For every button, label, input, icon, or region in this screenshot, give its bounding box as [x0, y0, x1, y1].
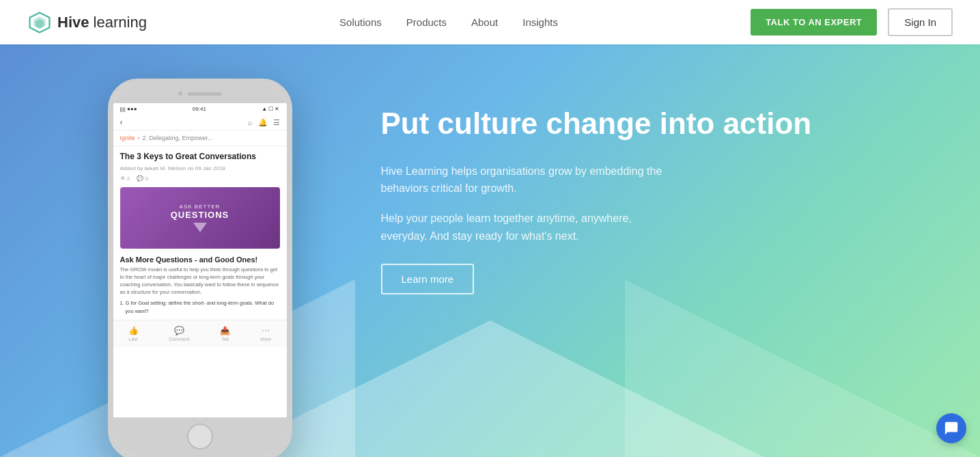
phone-breadcrumb: Ignite › 2. Delegating, Empower... — [113, 130, 287, 146]
sign-in-button[interactable]: Sign In — [888, 8, 953, 36]
phone-tell-label: Tell — [221, 337, 229, 342]
phone-like-icon: 👍 — [128, 326, 139, 335]
talk-to-expert-button[interactable]: TALK TO AN EXPERT — [751, 9, 877, 36]
hero-section: |||| ●●● 09:41 ▲ ☐ ✕ ‹ ⌕ 🔔 ☰ — [0, 44, 980, 457]
nav: Solutions Products About Insights — [339, 16, 558, 28]
phone-menu-icon[interactable]: ☰ — [273, 118, 280, 127]
phone-article-stats: 👁 2 💬 0 — [113, 173, 287, 184]
phone-tell-icon: 📤 — [220, 326, 230, 335]
phone-bottom-tell[interactable]: 📤 Tell — [220, 326, 230, 342]
phone-like-label: Like — [129, 337, 138, 342]
chat-icon — [944, 421, 959, 436]
phone-signal: |||| ●●● — [120, 106, 137, 112]
logo-text: Hive learning — [57, 14, 147, 31]
phone-nav-icons: ⌕ 🔔 ☰ — [248, 118, 280, 127]
logo-icon — [27, 10, 52, 35]
phone-speaker — [188, 92, 222, 96]
phone-mockup: |||| ●●● 09:41 ▲ ☐ ✕ ‹ ⌕ 🔔 ☰ — [108, 79, 292, 457]
logo[interactable]: Hive learning — [27, 10, 147, 35]
header: Hive learning Solutions Products About I… — [0, 0, 980, 44]
phone-breadcrumb-part1: Ignite — [120, 135, 135, 141]
phone-time: 09:41 — [193, 106, 206, 112]
hero-headline: Put culture change into action — [381, 106, 873, 142]
phone-bottom-more[interactable]: ⋯ More — [260, 326, 271, 342]
phone-bell-icon[interactable]: 🔔 — [258, 118, 268, 127]
phone-content-text: The GROW model is useful to help you thi… — [113, 266, 287, 296]
hero-description-1: Hive Learning helps organisations grow b… — [381, 163, 668, 197]
hero-description-2: Help your people learn together anytime,… — [381, 210, 668, 245]
phone-search-icon[interactable]: ⌕ — [248, 118, 253, 126]
phone-comment-label: Comment — [169, 337, 189, 342]
nav-products[interactable]: Products — [406, 16, 447, 28]
phone-screen: |||| ●●● 09:41 ▲ ☐ ✕ ‹ ⌕ 🔔 ☰ — [113, 103, 287, 417]
phone-bottom-bar: 👍 Like 💬 Comment 📤 Tell ⋯ — [113, 320, 287, 347]
phone-section: |||| ●●● 09:41 ▲ ☐ ✕ ‹ ⌕ 🔔 ☰ — [108, 79, 340, 457]
header-actions: TALK TO AN EXPERT Sign In — [751, 8, 953, 36]
phone-top-bar — [113, 84, 287, 103]
nav-insights[interactable]: Insights — [522, 16, 558, 28]
phone-article-meta: Added by laikah M. Nielsen on 09 Jan 201… — [113, 164, 287, 173]
phone-nav-bar: ‹ ⌕ 🔔 ☰ — [113, 115, 287, 130]
phone-card-image: ASK BETTER QUESTIONS — [120, 187, 280, 249]
phone-home-bar — [113, 417, 287, 455]
phone-more-icon: ⋯ — [262, 326, 270, 335]
phone-comment-icon: 💬 — [174, 326, 184, 335]
chat-bubble-button[interactable] — [936, 413, 966, 443]
phone-home-button[interactable] — [187, 424, 213, 449]
phone-breadcrumb-part2: 2. Delegating, Empower... — [143, 135, 213, 141]
phone-content-title: Ask More Questions - and Good Ones! — [113, 251, 287, 266]
phone-article-title: The 3 Keys to Great Conversations — [113, 146, 287, 164]
phone-card-title: QUESTIONS — [171, 210, 229, 220]
phone-content-list: G for Goal setting: define the short- an… — [113, 296, 287, 316]
phone-breadcrumb-sep: › — [138, 135, 140, 141]
phone-card-subtitle: ASK BETTER — [180, 204, 221, 210]
phone-card-arrow — [193, 223, 207, 232]
hero-text: Put culture change into action Hive Lear… — [381, 85, 873, 294]
phone-battery: ▲ ☐ ✕ — [262, 106, 279, 112]
nav-about[interactable]: About — [471, 16, 498, 28]
learn-more-button[interactable]: Learn more — [381, 264, 475, 294]
phone-bottom-like[interactable]: 👍 Like — [128, 326, 139, 342]
phone-views: 👁 2 — [120, 176, 130, 182]
phone-bottom-comment[interactable]: 💬 Comment — [169, 326, 189, 342]
phone-camera — [178, 92, 182, 96]
phone-status-bar: |||| ●●● 09:41 ▲ ☐ ✕ — [113, 103, 287, 115]
phone-list-item-1: G for Goal setting: define the short- an… — [126, 299, 280, 316]
hero-content: |||| ●●● 09:41 ▲ ☐ ✕ ‹ ⌕ 🔔 ☰ — [81, 44, 900, 457]
phone-more-label: More — [260, 337, 271, 342]
nav-solutions[interactable]: Solutions — [339, 16, 382, 28]
phone-comments-count: 💬 0 — [137, 176, 148, 182]
phone-back-icon[interactable]: ‹ — [120, 117, 123, 127]
